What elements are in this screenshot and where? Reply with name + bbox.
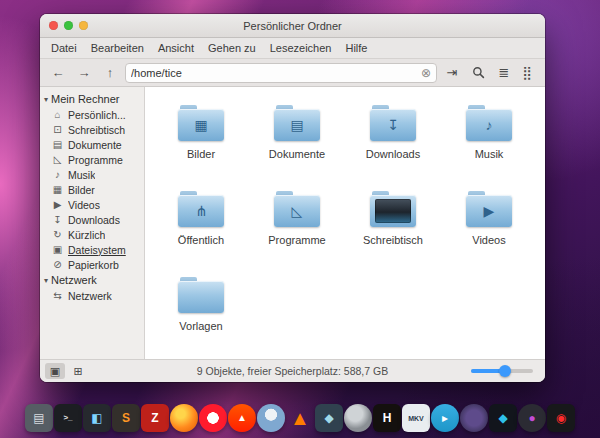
- dock-file-manager[interactable]: ▤: [25, 404, 53, 432]
- zoom-slider[interactable]: [471, 369, 533, 373]
- sidebar-item-videos[interactable]: ▶Videos: [40, 197, 144, 212]
- sidebar-section-label: Netzwerk: [51, 274, 97, 286]
- statusbar: ▣ ⊞ 9 Objekte, freier Speicherplatz: 588…: [40, 359, 545, 382]
- close-window-button[interactable]: [49, 21, 58, 30]
- disclosure-triangle-icon: ▾: [44, 276, 48, 285]
- dock-vlc[interactable]: ▲: [286, 404, 314, 432]
- folder-downloads[interactable]: ↧Downloads: [345, 97, 441, 183]
- menu-ansicht[interactable]: Ansicht: [151, 40, 201, 56]
- vlc-icon: ▲: [290, 408, 310, 428]
- dock-sublime-text[interactable]: S: [112, 404, 140, 432]
- menu-gehen-zu[interactable]: Gehen zu: [201, 40, 263, 56]
- up-button[interactable]: ↑: [99, 63, 121, 82]
- folder-icon: ▦: [178, 105, 224, 141]
- folder-icon: ▤: [274, 105, 320, 141]
- dock-terminal[interactable]: >_: [54, 404, 82, 432]
- dock-youtube[interactable]: ◉: [547, 404, 575, 432]
- sidebar-item-musik[interactable]: ♪Musik: [40, 167, 144, 182]
- folder-icon: ↧: [370, 105, 416, 141]
- sidebar-item-netzwerk[interactable]: ⇆Netzwerk: [40, 288, 144, 303]
- zoom-slider-thumb[interactable]: [499, 365, 511, 377]
- folder-label: Musik: [475, 148, 504, 160]
- minimize-window-button[interactable]: [64, 21, 73, 30]
- tools-icon: ◺: [52, 154, 63, 165]
- dock-text-editor[interactable]: ◧: [83, 404, 111, 432]
- dock-kodi[interactable]: ◆: [489, 404, 517, 432]
- sidebar-item-pers-nlich[interactable]: ⌂Persönlich...: [40, 107, 144, 122]
- desktop-screen-emblem-icon: [375, 199, 411, 223]
- dock-darktable[interactable]: ◆: [315, 404, 343, 432]
- new-tab-button[interactable]: ⇥: [441, 63, 463, 82]
- sidebar-item-papierkorb[interactable]: ⊘Papierkorb: [40, 257, 144, 272]
- folder-view[interactable]: ▦Bilder▤Dokumente↧Downloads♪Musik⋔Öffent…: [145, 87, 545, 359]
- document-icon: ▤: [52, 139, 63, 150]
- dock-firefox[interactable]: [170, 404, 198, 432]
- maximize-window-button[interactable]: [79, 21, 88, 30]
- sidebar-item-label: Bilder: [68, 184, 95, 196]
- folder-vorlagen[interactable]: Vorlagen: [153, 269, 249, 355]
- sidebar-item-programme[interactable]: ◺Programme: [40, 152, 144, 167]
- music-icon: ♪: [52, 169, 63, 180]
- sidebar-section-mein-rechner[interactable]: ▾Mein Rechner: [40, 91, 144, 107]
- forward-button[interactable]: →: [73, 63, 95, 82]
- dock-filezilla[interactable]: Z: [141, 404, 169, 432]
- sidebar-item-k-rzlich[interactable]: ↻Kürzlich: [40, 227, 144, 242]
- up-icon: ↑: [107, 65, 114, 80]
- sidebar-item-label: Musik: [68, 169, 95, 181]
- terminal-icon: >_: [63, 414, 72, 422]
- menu-lesezeichen[interactable]: Lesezeichen: [263, 40, 339, 56]
- dock-gimp[interactable]: [344, 404, 372, 432]
- dock-chromium[interactable]: [257, 404, 285, 432]
- list-view-icon: ≣: [499, 65, 510, 80]
- sidebar-item-bilder[interactable]: ▦Bilder: [40, 182, 144, 197]
- folder-bilder[interactable]: ▦Bilder: [153, 97, 249, 183]
- folder-label: Dokumente: [269, 148, 325, 160]
- icon-view-button[interactable]: ⣿: [516, 63, 538, 82]
- desktop-icon: ⊡: [52, 124, 63, 135]
- menu-datei[interactable]: Datei: [44, 40, 84, 56]
- dock-brave[interactable]: ▲: [228, 404, 256, 432]
- window-titlebar[interactable]: Persönlicher Ordner: [40, 14, 545, 38]
- dock-telegram[interactable]: ▸: [431, 404, 459, 432]
- sidebar-item-dokumente[interactable]: ▤Dokumente: [40, 137, 144, 152]
- sidebar-section-netzwerk[interactable]: ▾Netzwerk: [40, 272, 144, 288]
- folder-body: [178, 281, 224, 313]
- menu-bearbeiten[interactable]: Bearbeiten: [84, 40, 151, 56]
- clear-path-icon[interactable]: ⊗: [421, 66, 431, 80]
- directory-tree-button[interactable]: ▣: [45, 363, 65, 379]
- home-icon: ⌂: [52, 109, 63, 120]
- path-input[interactable]: /home/tice ⊗: [125, 63, 437, 83]
- image-emblem-icon: ▦: [178, 109, 224, 141]
- sidebar-item-downloads[interactable]: ↧Downloads: [40, 212, 144, 227]
- dock-audacity[interactable]: ●: [518, 404, 546, 432]
- mkvtoolnix-icon: MKV: [408, 415, 424, 422]
- folder-label: Downloads: [366, 148, 420, 160]
- folder-label: Schreibtisch: [363, 234, 423, 246]
- folder-schreibtisch[interactable]: Schreibtisch: [345, 183, 441, 269]
- dock-opera[interactable]: [199, 404, 227, 432]
- dock-tor-browser[interactable]: [460, 404, 488, 432]
- sidebar: ▾Mein Rechner⌂Persönlich...⊡Schreibtisch…: [40, 87, 145, 359]
- sidebar-item-schreibtisch[interactable]: ⊡Schreibtisch: [40, 122, 144, 137]
- sidebar-item-dateisystem[interactable]: ▣Dateisystem: [40, 242, 144, 257]
- sidebar-item-label: Dateisystem: [68, 244, 126, 256]
- folder-ffentlich[interactable]: ⋔Öffentlich: [153, 183, 249, 269]
- folder-dokumente[interactable]: ▤Dokumente: [249, 97, 345, 183]
- clock-icon: ↻: [52, 229, 63, 240]
- split-view-button[interactable]: ⊞: [68, 363, 88, 379]
- folder-musik[interactable]: ♪Musik: [441, 97, 537, 183]
- video-emblem-icon: ▶: [466, 195, 512, 227]
- dock-handbrake[interactable]: H: [373, 404, 401, 432]
- folder-programme[interactable]: ◺Programme: [249, 183, 345, 269]
- search-button[interactable]: [467, 63, 489, 82]
- search-icon: [472, 66, 485, 79]
- dock-mkvtoolnix[interactable]: MKV: [402, 404, 430, 432]
- list-view-button[interactable]: ≣: [493, 63, 515, 82]
- filezilla-icon: Z: [151, 412, 158, 424]
- icon-view-icon: ⣿: [522, 65, 532, 80]
- folder-videos[interactable]: ▶Videos: [441, 183, 537, 269]
- menu-hilfe[interactable]: Hilfe: [338, 40, 374, 56]
- new-tab-icon: ⇥: [447, 65, 458, 80]
- back-button[interactable]: ←: [47, 63, 69, 82]
- sidebar-item-label: Kürzlich: [68, 229, 105, 241]
